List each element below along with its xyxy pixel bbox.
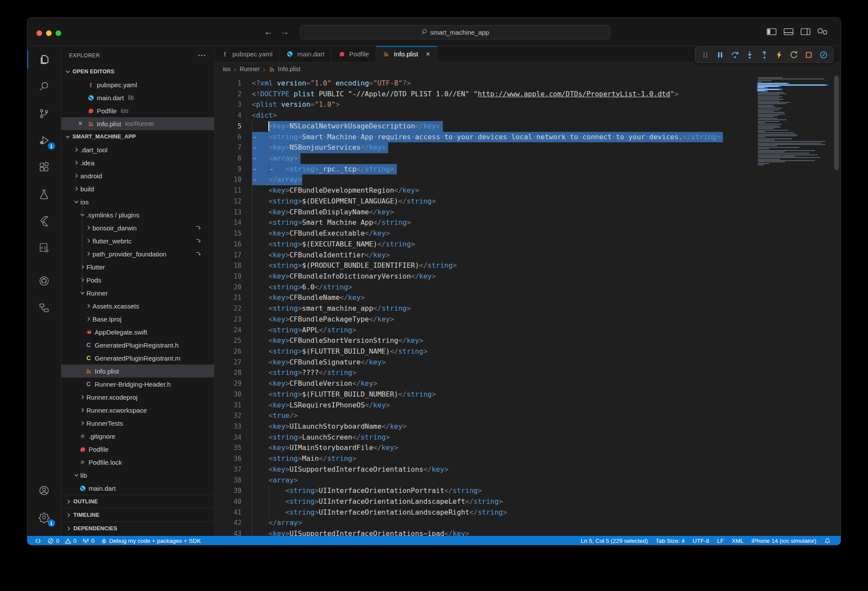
code-line[interactable]: 18<string>$(PRODUCT_BUNDLE_IDENTIFIER)</… bbox=[215, 260, 841, 271]
code-line[interactable]: 26<string>$(FLUTTER_BUILD_NAME)</string> bbox=[215, 346, 841, 357]
tree-item[interactable]: .gitignore bbox=[61, 430, 214, 443]
code-line[interactable]: 31<key>LSRequiresIPhoneOS</key> bbox=[215, 400, 841, 411]
tree-item[interactable]: Runner.xcodeproj bbox=[61, 391, 214, 404]
tree-item[interactable]: lib bbox=[61, 469, 214, 482]
activity-explorer-icon[interactable] bbox=[27, 46, 61, 73]
tree-item[interactable]: CGeneratedPluginRegistrant.h bbox=[61, 338, 214, 351]
code-line[interactable]: 27<key>CFBundleSignature</key> bbox=[215, 357, 841, 368]
step-into-button[interactable] bbox=[743, 48, 756, 61]
code-line[interactable]: 6→<string>Smart·Machine·App·requires·acc… bbox=[215, 132, 841, 143]
code-line[interactable]: 17<key>CFBundleIdentifier</key> bbox=[215, 250, 841, 261]
tree-item[interactable]: path_provider_foundation bbox=[61, 247, 214, 260]
breadcrumb-item[interactable]: ios bbox=[223, 66, 231, 72]
tree-item[interactable]: Podfile.lock bbox=[61, 456, 214, 469]
toggle-secondary-sidebar-icon[interactable] bbox=[800, 28, 811, 36]
forward-button[interactable]: → bbox=[281, 27, 289, 37]
code-line[interactable]: 23<key>CFBundlePackageType</key> bbox=[215, 314, 841, 325]
activity-run-and-debug-icon[interactable]: 1 bbox=[27, 127, 61, 154]
eol[interactable]: LF bbox=[713, 536, 728, 545]
code-line[interactable]: 24<string>APPL</string> bbox=[215, 325, 841, 336]
tab-podfile[interactable]: Podfile bbox=[331, 46, 376, 62]
activity-search-icon[interactable] bbox=[27, 73, 61, 100]
step-over-button[interactable] bbox=[728, 48, 741, 61]
debug-config[interactable]: Debug my code + packages + SDK bbox=[98, 536, 204, 545]
open-editor-item[interactable]: !pubspec.yaml bbox=[61, 78, 214, 91]
tree-item[interactable]: Runner bbox=[61, 286, 214, 299]
close-icon[interactable]: × bbox=[76, 119, 85, 128]
tree-item[interactable]: Info.plist bbox=[61, 364, 214, 378]
back-button[interactable]: ← bbox=[264, 27, 273, 37]
activity-github-icon[interactable] bbox=[27, 267, 61, 294]
code-line[interactable]: 20<string>6.0</string> bbox=[215, 282, 841, 293]
code-line[interactable]: 3<plist version="1.0"> bbox=[215, 99, 841, 110]
hot-reload-button[interactable] bbox=[772, 48, 785, 61]
notifications[interactable] bbox=[820, 536, 835, 545]
toggle-panel-icon[interactable] bbox=[783, 28, 794, 36]
project-section-header[interactable]: SMART_MACHINE_APP bbox=[61, 130, 214, 143]
tree-item[interactable]: Flutter bbox=[61, 260, 214, 273]
activity-settings-icon[interactable]: 1 bbox=[27, 504, 61, 531]
tree-item[interactable]: Podfile bbox=[61, 443, 214, 456]
activity-source-control-icon[interactable] bbox=[27, 100, 61, 127]
activity-references-icon[interactable] bbox=[27, 294, 61, 321]
more-actions-icon[interactable]: ··· bbox=[198, 52, 206, 59]
code-line[interactable]: 21<key>CFBundleName</key> bbox=[215, 292, 841, 303]
open-editors-header[interactable]: OPEN EDITORS bbox=[61, 65, 214, 78]
tree-item[interactable]: AppDelegate.swift bbox=[61, 325, 214, 338]
open-editor-item[interactable]: main.dartlib bbox=[61, 91, 214, 104]
code-line[interactable]: 35<key>UIMainStoryboardFile</key> bbox=[215, 443, 841, 453]
tree-item[interactable]: CGeneratedPluginRegistrant.m bbox=[61, 351, 214, 364]
code-line[interactable]: 4<dict> bbox=[215, 110, 841, 121]
code-line[interactable]: 16<string>$(EXECUTABLE_NAME)</string> bbox=[215, 239, 841, 250]
encoding[interactable]: UTF-8 bbox=[689, 536, 713, 545]
tree-item[interactable]: bonsoir_darwin bbox=[61, 221, 214, 234]
code-line[interactable]: 15<key>CFBundleExecutable</key> bbox=[215, 228, 841, 239]
tree-item[interactable]: Runner.xcworkspace bbox=[61, 404, 214, 417]
code-line[interactable]: 14<string>Smart Machine App</string> bbox=[215, 217, 841, 228]
tree-item[interactable]: RunnerTests bbox=[61, 417, 214, 430]
code-line[interactable]: 13<key>CFBundleDisplayName</key> bbox=[215, 207, 841, 218]
scrollbar-thumb[interactable] bbox=[834, 76, 839, 170]
activity-accounts-icon[interactable] bbox=[27, 477, 61, 504]
code-line[interactable]: 11<key>CFBundleDevelopmentRegion</key> bbox=[215, 185, 841, 196]
code-line[interactable]: 36<string>Main</string> bbox=[215, 453, 841, 464]
tree-item[interactable]: .idea bbox=[61, 156, 214, 169]
code-line[interactable]: 41<string>UIInterfaceOrientationLandscap… bbox=[215, 507, 841, 518]
problems[interactable]: 00 bbox=[44, 536, 79, 545]
open-editor-item[interactable]: Podfileios bbox=[61, 104, 214, 117]
restart-button[interactable] bbox=[787, 48, 800, 61]
code-line[interactable]: 22<string>smart_machine_app</string> bbox=[215, 303, 841, 314]
open-editor-item[interactable]: ×Info.plistios/Runner bbox=[61, 117, 214, 130]
tree-item[interactable]: .dart_tool bbox=[61, 143, 214, 156]
code-line[interactable]: 8→<array> bbox=[215, 153, 841, 164]
activity-extensions-icon[interactable] bbox=[27, 154, 61, 181]
language-mode[interactable]: XML bbox=[728, 536, 748, 545]
code-line[interactable]: 12<string>$(DEVELOPMENT_LANGUAGE)</strin… bbox=[215, 196, 841, 207]
code-line[interactable]: 40<string>UIInterfaceOrientationLandscap… bbox=[215, 496, 841, 507]
code-line[interactable]: 32<true/> bbox=[215, 410, 841, 421]
tree-item[interactable]: flutter_webrtc bbox=[61, 234, 214, 247]
code-line[interactable]: 34<string>LaunchScreen</string> bbox=[215, 432, 841, 443]
section-outline[interactable]: OUTLINE bbox=[61, 495, 214, 508]
minimize-window-button[interactable] bbox=[46, 30, 52, 36]
breadcrumb-item[interactable]: Runner bbox=[240, 66, 260, 72]
tab-size[interactable]: Tab Size: 4 bbox=[652, 536, 689, 545]
tree-item[interactable]: main.dart bbox=[61, 482, 214, 495]
section-timeline[interactable]: TIMELINE bbox=[61, 508, 214, 522]
command-center-search[interactable]: smart_machine_app bbox=[300, 25, 610, 39]
tab-info-plist[interactable]: Info.plist× bbox=[376, 46, 437, 62]
section-dependencies[interactable]: DEPENDENCIES bbox=[61, 522, 214, 535]
code-line[interactable]: 30<string>$(FLUTTER_BUILD_NUMBER)</strin… bbox=[215, 389, 841, 400]
activity-testing-icon[interactable] bbox=[27, 181, 61, 207]
customize-layout-icon[interactable] bbox=[817, 28, 828, 36]
tree-item[interactable]: build bbox=[61, 182, 214, 195]
tree-item[interactable]: Pods bbox=[61, 273, 214, 286]
tree-item[interactable]: ios bbox=[61, 195, 214, 208]
code-line[interactable]: 37<key>UISupportedInterfaceOrientations<… bbox=[215, 464, 841, 475]
code-line[interactable]: 25<key>CFBundleShortVersionString</key> bbox=[215, 335, 841, 346]
tree-item[interactable]: .symlinks / plugins bbox=[61, 208, 214, 221]
ports[interactable]: 0 bbox=[79, 536, 98, 545]
pause-button[interactable] bbox=[713, 48, 726, 61]
activity-flutter-icon[interactable] bbox=[27, 207, 61, 234]
toggle-primary-sidebar-icon[interactable] bbox=[766, 28, 777, 36]
